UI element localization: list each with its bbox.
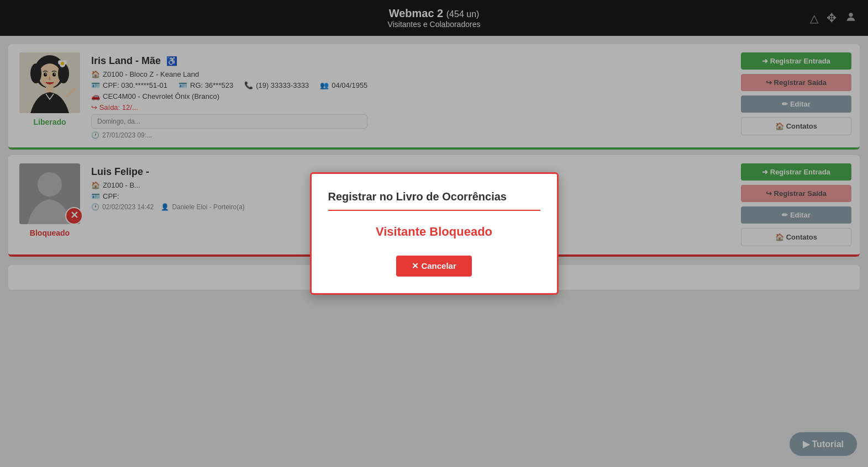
modal-overlay: Registrar no Livro de Ocorrências Visita… bbox=[0, 0, 868, 467]
modal-actions: ✕ Cancelar bbox=[328, 256, 540, 277]
modal-dialog: Registrar no Livro de Ocorrências Visita… bbox=[310, 172, 559, 295]
modal-cancel-button[interactable]: ✕ Cancelar bbox=[396, 256, 472, 277]
modal-status-text: Visitante Bloqueado bbox=[328, 225, 540, 239]
modal-title: Registrar no Livro de Ocorrências bbox=[328, 190, 540, 211]
